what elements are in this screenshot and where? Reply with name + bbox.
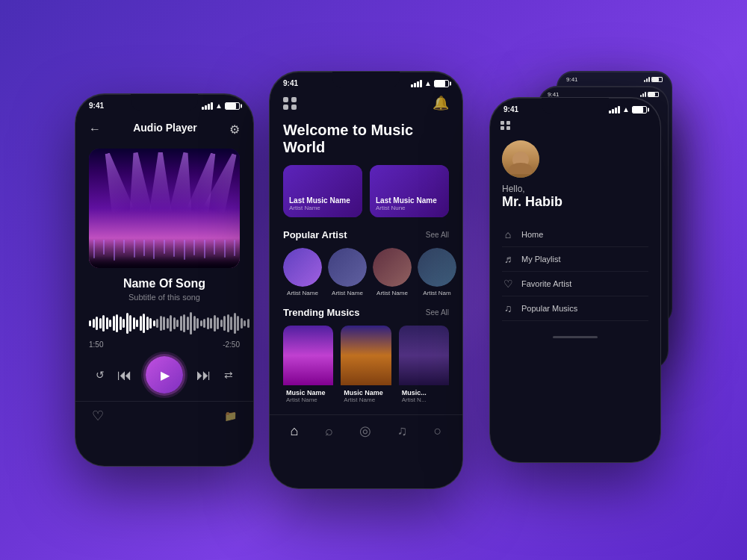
popular-artist-title: Popular Artist: [283, 229, 347, 240]
back-button[interactable]: ←: [89, 122, 101, 136]
trending-see-all[interactable]: See All: [426, 308, 449, 317]
artist-name-2: Artist Name: [332, 290, 363, 296]
artist-name-1: Artist Name: [287, 290, 318, 296]
profile-section: Hello, Mr. Habib: [490, 134, 660, 220]
trending-name-3: Music...: [402, 389, 446, 396]
artist-name-3: Artist Name: [376, 290, 408, 296]
song-info: Name Of Song Subtitle of this song: [75, 268, 253, 306]
menu-item-playlist[interactable]: ♬ My Playlist: [502, 247, 648, 272]
status-icons-3: ▲: [609, 105, 647, 113]
nav-discover[interactable]: ◎: [359, 423, 371, 439]
play-button[interactable]: [146, 356, 183, 393]
trending-info-3: Music... Artist N...: [399, 385, 449, 407]
playlist-icon: ♬: [502, 253, 514, 265]
trending-info-2: Music Name Artist Name: [341, 385, 391, 407]
menu-item-home[interactable]: ⌂ Home: [502, 223, 648, 247]
banner-1-title: Last Music Name: [289, 196, 356, 205]
trending-artist-1: Artist Name: [286, 396, 330, 403]
song-subtitle: Subtitle of this song: [89, 293, 240, 302]
user-name: Mr. Habib: [502, 194, 648, 211]
trending-img-1: [283, 326, 333, 385]
wifi-icon-2: ▲: [424, 79, 432, 87]
popular-artist-see-all[interactable]: See All: [426, 231, 449, 239]
pb2-battery: [651, 77, 663, 82]
user-avatar: [502, 140, 539, 178]
favorite-icon[interactable]: ♡: [92, 408, 104, 424]
prev-button[interactable]: ⏮: [117, 367, 132, 384]
wifi-icon: ▲: [215, 102, 223, 110]
artist-item-4[interactable]: Artist Nam: [418, 248, 456, 296]
menu-label-home: Home: [521, 230, 543, 239]
status-icons: ▲: [202, 102, 240, 110]
trending-card-2[interactable]: Music Name Artist Name: [341, 326, 391, 407]
battery-icon: [225, 102, 240, 110]
nav-profile[interactable]: ○: [434, 423, 442, 439]
home-header: 🔔: [270, 90, 462, 122]
settings-icon[interactable]: ⚙: [229, 122, 240, 137]
banner-1-text: Last Music Name Artist Name: [289, 196, 356, 211]
pb1-status-icons: [640, 91, 659, 98]
banner-1-subtitle: Artist Name: [289, 205, 356, 211]
artists-list: Artist Name Artist Name Artist Name Arti…: [270, 248, 462, 307]
wifi-icon-3: ▲: [622, 105, 630, 113]
menu-item-popular[interactable]: ♫ Popular Musics: [502, 296, 648, 321]
notification-icon[interactable]: 🔔: [433, 95, 449, 111]
repeat-button[interactable]: ↺: [96, 369, 105, 381]
time-display: 1:50 -2:50: [75, 340, 253, 349]
artist-avatar-3: [373, 248, 412, 287]
battery-icon-3: [632, 106, 647, 113]
artist-avatar-4: [418, 248, 456, 287]
phone-group-profile: 9:41 Welcome to M: [478, 71, 672, 489]
nav-music[interactable]: ♫: [397, 423, 408, 439]
status-icons-2: ▲: [411, 79, 449, 87]
trending-artist-3: Artist N...: [402, 396, 446, 403]
greeting-text: Hello,: [502, 184, 648, 194]
trending-title: Trending Musics: [283, 307, 360, 318]
artist-avatar-1: [283, 248, 322, 287]
banner-2-text: Last Music Name Artist Nune: [376, 196, 443, 211]
nav-home[interactable]: ⌂: [291, 423, 299, 439]
banner-2-title: Last Music Name: [376, 196, 443, 205]
menu-label-playlist: My Playlist: [521, 255, 561, 264]
menu-item-favorite[interactable]: ♡ Favorite Artist: [502, 272, 648, 296]
trending-card-1[interactable]: Music Name Artist Name: [283, 326, 333, 407]
album-cover: [89, 149, 240, 268]
pb2-signal: [644, 77, 650, 82]
nav-search[interactable]: ⌕: [325, 423, 333, 439]
pb2-time: 9:41: [566, 76, 578, 83]
trending-img-2: [341, 326, 391, 385]
trending-card-3[interactable]: Music... Artist N...: [399, 326, 449, 407]
phone-profile: 9:41 ▲: [489, 97, 661, 463]
time-remaining: -2:50: [223, 340, 240, 349]
trending-name-1: Music Name: [286, 389, 330, 396]
song-title: Name Of Song: [89, 277, 240, 290]
status-time: 9:41: [89, 102, 104, 110]
status-time-3: 9:41: [503, 105, 518, 113]
banner-2-subtitle: Artist Nune: [376, 205, 443, 211]
artist-item-3[interactable]: Artist Name: [373, 248, 412, 296]
trending-info-1: Music Name Artist Name: [283, 385, 333, 407]
shuffle-button[interactable]: ⇄: [224, 369, 233, 381]
p3-menu-icon[interactable]: [500, 121, 511, 130]
bottom-nav: ⌂ ⌕ ◎ ♫ ○: [270, 414, 462, 445]
music-icon: ♫: [502, 302, 514, 314]
player-footer: ♡ 📁: [75, 401, 253, 430]
menu-icon[interactable]: [283, 97, 297, 110]
playlist-icon[interactable]: 📁: [224, 410, 237, 422]
artist-item-2[interactable]: Artist Name: [328, 248, 367, 296]
crowd-overlay: [89, 238, 240, 268]
banner-card-2[interactable]: Last Music Name Artist Nune: [370, 165, 449, 217]
favorite-icon: ♡: [502, 278, 514, 290]
popular-artist-header: Popular Artist See All: [270, 229, 462, 248]
scroll-indicator: [553, 336, 598, 338]
artist-name-4: Artist Nam: [423, 290, 450, 296]
time-current: 1:50: [89, 340, 103, 349]
artist-item-1[interactable]: Artist Name: [283, 248, 322, 296]
banner-card-1[interactable]: Last Music Name Artist Name: [283, 165, 362, 217]
player-title: Audio Player: [120, 117, 211, 141]
signal-icon-3: [609, 106, 620, 113]
audio-waveform[interactable]: [89, 312, 240, 335]
home-icon: ⌂: [502, 228, 514, 240]
next-button[interactable]: ⏭: [196, 367, 211, 384]
pb1-battery: [648, 92, 659, 97]
